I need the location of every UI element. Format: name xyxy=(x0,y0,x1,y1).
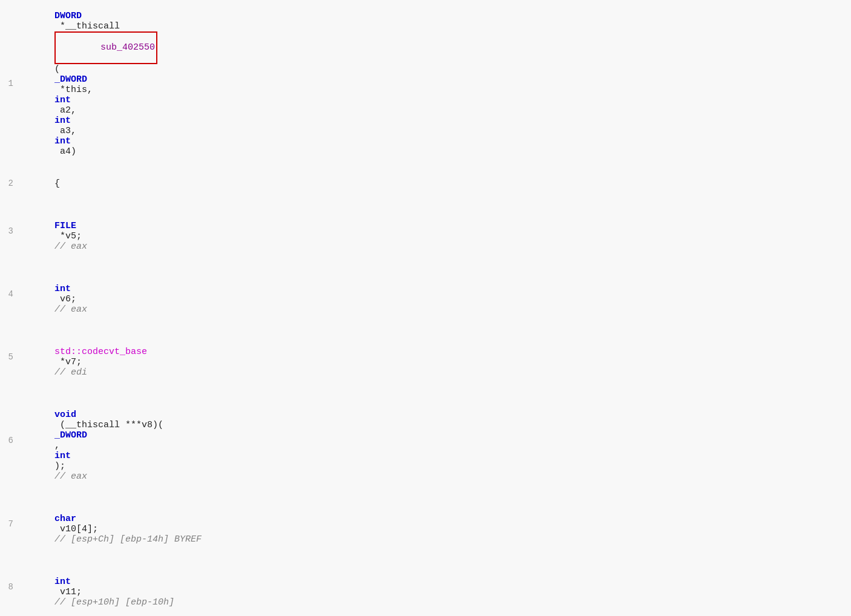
plain xyxy=(54,503,65,514)
plain: a3, xyxy=(54,126,82,136)
code-line-8: 8 int v11; // [esp+10h] [ebp-10h] xyxy=(0,555,851,617)
plain xyxy=(54,211,65,221)
plain: a2, xyxy=(54,105,82,116)
line-content-8: int v11; // [esp+10h] [ebp-10h] xyxy=(19,556,851,617)
code-line-5: 5 std::codecvt_base *v7; // edi xyxy=(0,326,851,388)
plain: *v5; xyxy=(54,231,87,241)
code-line-2: 2 { xyxy=(0,168,851,200)
plain xyxy=(54,274,65,284)
code-line-4: 4 int v6; // eax xyxy=(0,263,851,326)
plain xyxy=(54,399,65,410)
plain: ( xyxy=(54,64,60,74)
keyword-int1: int xyxy=(54,95,71,105)
keyword-dword2: _DWORD xyxy=(54,74,87,85)
line-content-7: char v10[4]; // [esp+Ch] [ebp-14h] BYREF xyxy=(19,493,851,555)
function-name-highlight: sub_402550 xyxy=(54,31,157,64)
line-number-7: 7 xyxy=(0,519,19,529)
plain: v6; xyxy=(54,294,82,304)
comment: // [esp+10h] [ebp-10h] xyxy=(54,597,174,608)
plain xyxy=(54,566,65,577)
kw-int: int xyxy=(54,577,71,587)
plain: a4) xyxy=(54,146,76,157)
comment: // [esp+Ch] [ebp-14h] BYREF xyxy=(54,534,202,545)
plain: ); xyxy=(54,461,71,471)
keyword-int2: int xyxy=(54,116,71,126)
plain: v11; xyxy=(54,587,87,597)
plain: (__thiscall ***v8)( xyxy=(54,420,163,430)
plain xyxy=(54,336,65,347)
plain: *this, xyxy=(54,85,98,95)
line-number-2: 2 xyxy=(0,179,19,188)
plain: *__thiscall xyxy=(54,21,125,31)
plain: , xyxy=(54,441,65,451)
kw-file: FILE xyxy=(54,221,76,231)
comment: // edi xyxy=(54,367,87,378)
line-number-6: 6 xyxy=(0,436,19,445)
line-number-8: 8 xyxy=(0,582,19,592)
code-container: 1 DWORD *__thiscall sub_402550 ( _DWORD … xyxy=(0,0,851,616)
kw-char: char xyxy=(54,514,76,524)
code-line-6: 6 void (__thiscall ***v8)( _DWORD , int … xyxy=(0,388,851,493)
keyword-dword: DWORD xyxy=(54,11,82,21)
comment: // eax xyxy=(54,471,87,482)
plain: v10[4]; xyxy=(54,524,104,534)
comment: // eax xyxy=(54,241,87,252)
code-line-1: 1 DWORD *__thiscall sub_402550 ( _DWORD … xyxy=(0,0,851,168)
kw-dword: _DWORD xyxy=(54,430,87,441)
keyword-int3: int xyxy=(54,136,71,146)
code-line-7: 7 char v10[4]; // [esp+Ch] [ebp-14h] BYR… xyxy=(0,493,851,555)
plain: { xyxy=(54,179,60,189)
line-number-1: 1 xyxy=(0,79,19,88)
line-content-4: int v6; // eax xyxy=(19,263,851,325)
std-codecvt-base: std::codecvt_base xyxy=(54,347,147,357)
line-number-4: 4 xyxy=(0,289,19,299)
line-content-2: { xyxy=(19,168,851,199)
line-number-5: 5 xyxy=(0,352,19,362)
line-content-5: std::codecvt_base *v7; // edi xyxy=(19,326,851,388)
line-number-3: 3 xyxy=(0,226,19,236)
kw-int: int xyxy=(54,451,71,461)
code-line-3: 3 FILE *v5; // eax xyxy=(0,200,851,263)
line-content-3: FILE *v5; // eax xyxy=(19,200,851,262)
kw-int: int xyxy=(54,284,71,294)
line-content-1: DWORD *__thiscall sub_402550 ( _DWORD *t… xyxy=(19,1,851,167)
plain: *v7; xyxy=(54,357,87,367)
kw-void: void xyxy=(54,410,76,420)
comment: // eax xyxy=(54,304,87,315)
fn-sub402550: sub_402550 xyxy=(100,42,155,53)
line-content-6: void (__thiscall ***v8)( _DWORD , int );… xyxy=(19,389,851,492)
